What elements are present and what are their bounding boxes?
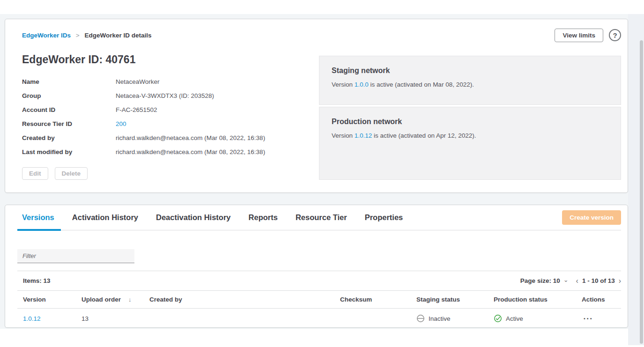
chevron-down-icon: ⌄: [563, 277, 569, 283]
field-row-resource-tier-id: Resource Tier ID 200: [22, 117, 319, 131]
active-check-icon: [494, 314, 502, 323]
card-body: EdgeWorker ID: 40761 Name NetaceaWorker …: [17, 53, 621, 180]
page-size-label: Page size: 10: [520, 277, 560, 284]
tab-resource-tier[interactable]: Resource Tier: [296, 205, 347, 230]
edgeworker-details-card: EdgeWorker IDs > EdgeWorker ID details V…: [5, 19, 628, 193]
edit-button[interactable]: Edit: [22, 167, 48, 180]
card-header: EdgeWorker IDs > EdgeWorker ID details V…: [17, 29, 621, 42]
tab-properties[interactable]: Properties: [365, 205, 403, 230]
staging-status-cell: Inactive: [416, 314, 494, 323]
production-status-cell: Active: [494, 314, 582, 323]
column-header-production-status[interactable]: Production status: [494, 296, 582, 303]
field-row-account-id: Account ID F-AC-2651502: [22, 103, 319, 117]
scrollbar-thumb[interactable]: [640, 40, 643, 344]
staging-network-title: Staging network: [332, 66, 608, 75]
page-title: EdgeWorker ID: 40761: [22, 53, 319, 66]
details-fields: Name NetaceaWorker Group Netacea-V-3WXDT…: [22, 74, 319, 159]
version-link[interactable]: 1.0.12: [17, 315, 81, 322]
staging-version-link[interactable]: 1.0.0: [355, 81, 369, 88]
production-network-status: Version 1.0.12 is active (activated on A…: [332, 132, 608, 139]
upload-order-cell: 13: [81, 315, 149, 322]
column-header-staging-status[interactable]: Staging status: [416, 296, 494, 303]
details-column: EdgeWorker ID: 40761 Name NetaceaWorker …: [17, 53, 319, 180]
production-network-panel: Production network Version 1.0.12 is act…: [319, 107, 621, 180]
previous-page-icon[interactable]: ‹: [576, 277, 578, 285]
column-header-checksum[interactable]: Checksum: [340, 296, 416, 303]
table-row: 1.0.12 13 Inactive Active •••: [17, 309, 621, 328]
column-header-actions: Actions: [582, 296, 621, 303]
view-limits-button[interactable]: View limits: [555, 29, 603, 42]
status-suffix: is active (activated on Apr 12, 2022).: [372, 132, 476, 139]
field-row-name: Name NetaceaWorker: [22, 74, 319, 89]
page-size-select[interactable]: Page size: 10 ⌄: [520, 277, 569, 284]
resource-tier-id-link[interactable]: 200: [116, 120, 126, 127]
status-prefix: Version: [332, 132, 355, 139]
field-value: F-AC-2651502: [116, 106, 157, 113]
breadcrumb-current: EdgeWorker ID details: [84, 32, 151, 39]
detail-actions: Edit Delete: [22, 167, 319, 180]
help-icon[interactable]: ?: [609, 29, 621, 41]
field-row-group: Group Netacea-V-3WXDTX3 (ID: 203528): [22, 89, 319, 103]
pagination-controls: Page size: 10 ⌄ ‹ 1 - 10 of 13 ›: [520, 277, 621, 285]
production-version-link[interactable]: 1.0.12: [355, 132, 372, 139]
next-page-icon[interactable]: ›: [619, 277, 621, 285]
field-label: Name: [22, 78, 116, 85]
column-header-created-by[interactable]: Created by: [149, 296, 340, 303]
tab-bar: Versions Activation History Deactivation…: [17, 205, 621, 230]
staging-network-panel: Staging network Version 1.0.0 is active …: [319, 56, 621, 105]
field-value: richard.walkden@netacea.com (Mar 08, 202…: [116, 148, 265, 155]
delete-button[interactable]: Delete: [55, 167, 88, 180]
status-suffix: is active (activated on Mar 08, 2022).: [369, 81, 474, 88]
staging-network-status: Version 1.0.0 is active (activated on Ma…: [332, 81, 608, 88]
page-range: ‹ 1 - 10 of 13 ›: [576, 277, 621, 285]
table-header: Version Upload order↓ Created by Checksu…: [17, 291, 621, 309]
tab-versions[interactable]: Versions: [22, 205, 54, 230]
tab-reports[interactable]: Reports: [249, 205, 278, 230]
create-version-button[interactable]: Create version: [562, 210, 621, 225]
list-toolbar: Items: 13 Page size: 10 ⌄ ‹ 1 - 10 of 13…: [17, 271, 621, 291]
field-label: Group: [22, 92, 116, 99]
column-header-upload-order[interactable]: Upload order↓: [81, 296, 149, 303]
breadcrumb-edgeworker-ids[interactable]: EdgeWorker IDs: [22, 32, 71, 39]
breadcrumb-separator: >: [76, 32, 80, 39]
row-actions-menu-icon[interactable]: •••: [582, 316, 621, 321]
field-label: Last modified by: [22, 148, 116, 155]
field-value: richard.walkden@netacea.com (Mar 08, 202…: [116, 134, 265, 141]
field-row-created-by: Created by richard.walkden@netacea.com (…: [22, 131, 319, 145]
field-label: Account ID: [22, 106, 116, 113]
tab-deactivation-history[interactable]: Deactivation History: [156, 205, 231, 230]
header-actions: View limits ?: [555, 29, 621, 42]
sort-desc-icon[interactable]: ↓: [128, 296, 132, 303]
production-network-title: Production network: [332, 118, 608, 126]
networks-panel: Staging network Version 1.0.0 is active …: [319, 56, 621, 180]
column-header-version[interactable]: Version: [17, 296, 81, 303]
items-count: Items: 13: [17, 277, 51, 284]
filter-row: [17, 249, 621, 263]
versions-card: Versions Activation History Deactivation…: [5, 205, 628, 328]
inactive-icon: [416, 314, 425, 323]
field-row-last-modified-by: Last modified by richard.walkden@netacea…: [22, 145, 319, 159]
field-value: NetaceaWorker: [116, 78, 160, 85]
production-status-label: Active: [506, 315, 523, 322]
field-label: Created by: [22, 134, 116, 141]
field-label: Resource Tier ID: [22, 120, 116, 127]
page-range-label: 1 - 10 of 13: [582, 277, 615, 284]
filter-input[interactable]: [17, 249, 134, 263]
status-prefix: Version: [332, 81, 355, 88]
breadcrumb: EdgeWorker IDs > EdgeWorker ID details: [17, 32, 152, 39]
field-value: Netacea-V-3WXDTX3 (ID: 203528): [116, 92, 214, 99]
tab-activation-history[interactable]: Activation History: [72, 205, 138, 230]
staging-status-label: Inactive: [429, 315, 451, 322]
